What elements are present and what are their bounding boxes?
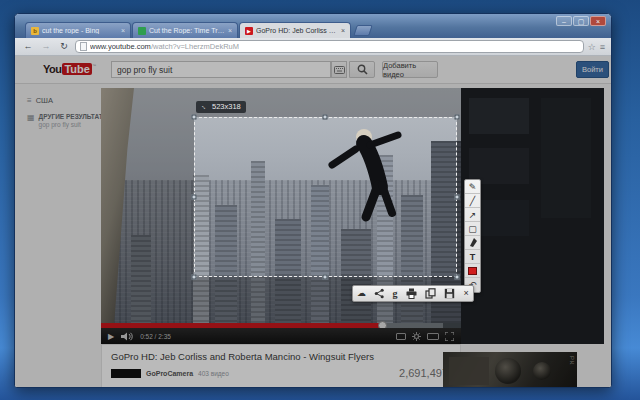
player-controls: ▶ 0:52 / 2:35 <box>101 328 461 344</box>
selection-size-text: 523x318 <box>212 102 241 111</box>
desktop-background: – ▢ × b cut the rope - Bing × Cut the Ro… <box>0 0 640 400</box>
tab-title: Cut the Rope: Time Travel <box>149 27 225 34</box>
tab-bing-search[interactable]: b cut the rope - Bing × <box>25 22 131 38</box>
move-icon: ↔ <box>200 102 210 112</box>
related-thumbnail[interactable] <box>469 98 529 134</box>
camera-lens-shape <box>533 362 551 380</box>
resize-handle-nw[interactable] <box>192 115 197 120</box>
sign-in-button[interactable]: Войти <box>576 61 609 78</box>
browser-toolbar: ← → ↻ www.youtube.com/watch?v=LherzmDekR… <box>15 38 611 56</box>
tab-close-icon[interactable]: × <box>341 27 345 34</box>
line-tool-icon[interactable]: ╱ <box>465 194 480 208</box>
forward-icon[interactable]: → <box>39 40 53 54</box>
upload-cloud-icon[interactable]: ☁ <box>357 286 366 301</box>
marker-tool-icon[interactable] <box>465 236 480 250</box>
resize-handle-s[interactable] <box>323 275 328 280</box>
sidebar-item-other-results[interactable]: ▦ ДРУГИЕ РЕЗУЛЬТАТЫ gop pro fly suit <box>27 113 109 128</box>
selection-size-label: ↔ 523x318 <box>196 101 246 113</box>
resize-handle-w[interactable] <box>192 195 197 200</box>
grid-icon: ▦ <box>27 113 35 122</box>
minimize-button[interactable]: – <box>556 16 572 26</box>
url-host: www.youtube.com <box>90 42 151 51</box>
bookmark-star-icon[interactable]: ☆ <box>588 42 596 52</box>
volume-icon[interactable] <box>121 332 133 341</box>
tab-title: GoPro HD: Jeb Corliss and R <box>256 27 338 34</box>
building <box>131 235 151 323</box>
logo-trademark: ™ <box>92 63 96 68</box>
window-controls: – ▢ × <box>556 16 606 26</box>
window-titlebar: – ▢ × b cut the rope - Bing × Cut the Ro… <box>15 14 611 38</box>
rectangle-tool-icon[interactable]: ▢ <box>465 222 480 236</box>
color-swatch[interactable] <box>465 264 480 278</box>
logo-you: You <box>43 63 61 75</box>
sidebar-item-region[interactable]: ≡ США <box>27 96 53 105</box>
resize-handle-ne[interactable] <box>455 115 460 120</box>
youtube-favicon-icon: ▶ <box>245 27 253 35</box>
tab-bar: b cut the rope - Bing × Cut the Rope: Ti… <box>25 22 371 38</box>
theater-mode-icon[interactable] <box>427 333 439 340</box>
related-videos-column <box>461 88 604 344</box>
browser-window: – ▢ × b cut the rope - Bing × Cut the Ro… <box>14 13 612 388</box>
add-video-button[interactable]: Добавить видео <box>382 61 438 78</box>
address-bar[interactable]: www.youtube.com/watch?v=LherzmDekRuM <box>75 40 584 53</box>
copy-icon[interactable] <box>425 288 436 299</box>
tab-cut-the-rope[interactable]: Cut the Rope: Time Travel × <box>132 22 238 38</box>
related-text-block <box>541 98 591 218</box>
channel-row: GoProCamera 403 видео <box>111 369 229 378</box>
keyboard-icon[interactable] <box>331 61 347 78</box>
share-icon[interactable] <box>374 288 384 299</box>
close-window-button[interactable]: × <box>590 16 606 26</box>
settings-gear-icon[interactable] <box>412 332 421 341</box>
playlist-icon: ≡ <box>27 96 32 105</box>
youtube-page: You Tube ™ Добавить видео Войти ≡ США <box>15 56 611 388</box>
arrow-tool-icon[interactable]: ↗ <box>465 208 480 222</box>
channel-videos-count: 403 видео <box>198 370 229 377</box>
url-path: /watch?v=LherzmDekRuM <box>151 42 239 51</box>
bing-favicon-icon: b <box>31 27 39 35</box>
thumbnail-watermark: РК <box>569 356 575 366</box>
play-icon[interactable]: ▶ <box>108 332 114 341</box>
new-tab-button[interactable] <box>353 25 373 36</box>
search-input[interactable] <box>111 61 331 78</box>
print-icon[interactable] <box>406 288 417 299</box>
video-info-panel: GoPro HD: Jeb Corliss and Roberta Mancin… <box>101 344 461 388</box>
capture-action-bar: ☁ g <box>352 285 474 302</box>
url-text: www.youtube.com/watch?v=LherzmDekRuM <box>90 42 239 51</box>
pencil-tool-icon[interactable]: ✎ <box>465 180 480 194</box>
sidebar-item-text: ДРУГИЕ РЕЗУЛЬТАТЫ gop pro fly suit <box>39 113 110 128</box>
related-video-thumbnail[interactable]: РК <box>443 352 577 388</box>
red-color-swatch <box>468 267 477 275</box>
maximize-button[interactable]: ▢ <box>573 16 589 26</box>
close-capture-icon[interactable]: × <box>464 286 469 301</box>
resize-handle-se[interactable] <box>455 275 460 280</box>
video-title: GoPro HD: Jeb Corliss and Roberta Mancin… <box>111 351 374 362</box>
search-button[interactable] <box>349 61 375 78</box>
channel-name[interactable]: GoProCamera <box>146 370 193 377</box>
text-tool-icon[interactable]: T <box>465 250 480 264</box>
capture-selection[interactable] <box>194 117 457 277</box>
tab-youtube-active[interactable]: ▶ GoPro HD: Jeb Corliss and R × <box>239 22 351 38</box>
resize-handle-e[interactable] <box>455 195 460 200</box>
tab-close-icon[interactable]: × <box>228 27 232 34</box>
other-results-query: gop pro fly suit <box>39 121 110 128</box>
youtube-logo[interactable]: You Tube ™ <box>43 63 96 75</box>
chrome-menu-icon[interactable]: ≡ <box>600 42 605 52</box>
back-icon[interactable]: ← <box>21 40 35 54</box>
fullscreen-icon[interactable] <box>445 332 454 341</box>
time-display: 0:52 / 2:35 <box>140 333 171 340</box>
tab-close-icon[interactable]: × <box>121 27 125 34</box>
cc-icon[interactable] <box>396 333 406 340</box>
lock-favicon-icon <box>138 27 146 35</box>
save-icon[interactable] <box>444 288 455 299</box>
player-right-controls <box>396 332 454 341</box>
reload-icon[interactable]: ↻ <box>57 40 71 54</box>
view-count: 2,691,497 <box>399 367 448 379</box>
page-icon <box>80 42 87 51</box>
channel-avatar[interactable] <box>111 369 141 378</box>
camera-lens-shape <box>495 358 521 384</box>
google-search-icon[interactable]: g <box>393 286 398 301</box>
resize-handle-sw[interactable] <box>192 275 197 280</box>
camera-body-shape <box>449 357 489 385</box>
resize-handle-n[interactable] <box>323 115 328 120</box>
youtube-header: You Tube ™ Добавить видео Войти <box>15 56 611 84</box>
